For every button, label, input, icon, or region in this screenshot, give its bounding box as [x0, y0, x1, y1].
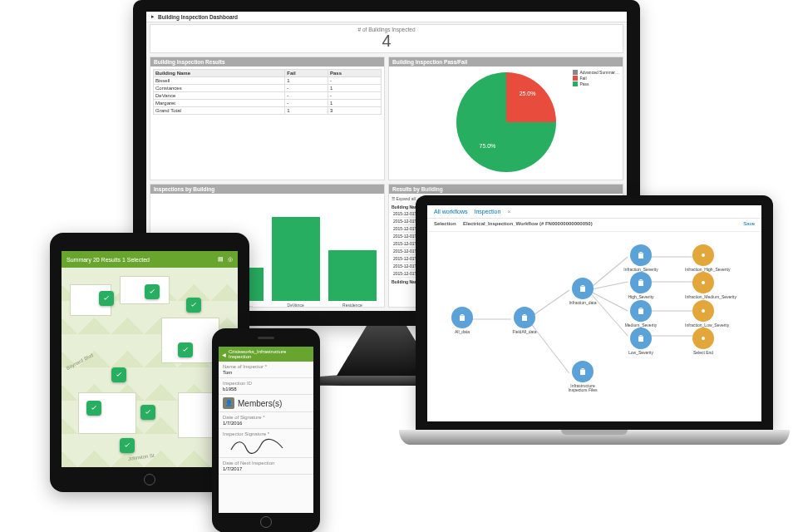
workflow-node[interactable]: Infraction_Medium_Severity [685, 272, 722, 299]
laptop-base [399, 430, 790, 445]
output-icon [692, 300, 714, 322]
kpi-card: # of Buildings Inspected 4 [150, 24, 623, 53]
output-icon [692, 328, 714, 349]
workflow-node[interactable]: Low_Severity [623, 328, 659, 355]
map-pin[interactable] [178, 342, 193, 357]
workflow-node[interactable]: All_data [444, 307, 480, 334]
phone-home-button[interactable] [260, 516, 272, 528]
expand-icon[interactable]: ▸ [151, 13, 155, 20]
map-pin[interactable] [111, 367, 126, 382]
locate-icon[interactable]: ◎ [228, 256, 233, 262]
bar: DeVance [272, 217, 320, 301]
map-toolbar: Summary 20 Results 1 Selected ▤ ◎ [62, 251, 238, 268]
dashboard-header: ▸ Building Inspection Dashboard [146, 12, 627, 22]
data-icon [630, 300, 652, 322]
laptop-device: All workflows Inspection × Selection Ele… [416, 195, 773, 445]
form-header: ◀ Crisisworks_Infrastructure Inspection [219, 347, 313, 362]
panel-title: Building Inspection Results [150, 57, 384, 66]
col-header: Fail [285, 70, 328, 77]
map-summary-text: Summary 20 Results 1 Selected [66, 257, 150, 263]
phone-device: ◀ Crisisworks_Infrastructure Inspection … [212, 328, 320, 532]
output-icon [692, 244, 714, 266]
tab-inspection[interactable]: Inspection [474, 209, 500, 214]
workflow-node[interactable]: Infraction_High_Severity [685, 244, 722, 272]
workflow-node[interactable]: Medium_Severity [623, 300, 659, 328]
map-pin[interactable] [99, 291, 114, 306]
workflow-node[interactable]: Infraction_data [564, 278, 601, 305]
close-icon[interactable]: × [507, 209, 510, 214]
workflow-node[interactable]: Select End [685, 328, 722, 355]
data-icon [572, 278, 594, 299]
panel-title: Results by Building [389, 185, 623, 194]
avatar: 👤 [223, 397, 234, 409]
table-row[interactable]: Grand Total13 [154, 107, 382, 115]
form-field[interactable]: Date of Next Inspection 1/7/2017 [219, 458, 313, 475]
map-pin[interactable] [120, 438, 135, 453]
selection-label: Selection [434, 221, 456, 226]
map-pin[interactable] [140, 405, 155, 420]
workflow-name: Electrical_Inspection_Workflow (# FN0000… [463, 221, 593, 226]
form-field[interactable]: Date of Signature * 1/7/2016 [219, 412, 313, 429]
table-row[interactable]: Bissell1- [154, 77, 382, 85]
data-icon [514, 307, 535, 328]
map-pin[interactable] [186, 298, 201, 313]
svg-point-0 [702, 254, 705, 257]
toolbar-item[interactable]: ☰ Expand all [392, 196, 416, 201]
members-label: Members(s) [238, 399, 282, 408]
col-header: Building Name [154, 70, 285, 77]
output-icon [692, 272, 714, 293]
dashboard-title: Building Inspection Dashboard [158, 14, 238, 20]
pie-slice-label: 25.0% [520, 91, 536, 96]
workflow-node[interactable]: Infraction_Severity [623, 244, 659, 272]
panel-results-table: Building Inspection Results Building Nam… [150, 57, 385, 180]
data-icon [630, 328, 652, 349]
workflow-canvas[interactable]: All_data FieldAll_data Infraction_data I… [427, 232, 761, 406]
workflow-node[interactable]: Infrastructure Inspectors Files [564, 361, 601, 393]
back-icon[interactable]: ◀ [222, 352, 226, 357]
phone-screen: ◀ Crisisworks_Infrastructure Inspection … [219, 347, 313, 513]
pie-legend: Advanced Summar… Fail Pass [573, 70, 619, 87]
panel-pie-chart: Building Inspection Pass/Fail 25.0% 75.0… [388, 57, 623, 180]
table-row[interactable]: Margaret-1 [154, 100, 382, 107]
signature-field[interactable]: Inspector Signature * [219, 429, 313, 458]
svg-point-1 [702, 281, 705, 284]
map-pin[interactable] [145, 284, 160, 299]
form-field[interactable]: Name of Inspector * Tom [219, 362, 313, 378]
laptop-screen: All workflows Inspection × Selection Ele… [427, 205, 761, 421]
kpi-value: 4 [150, 32, 623, 49]
data-icon [572, 361, 594, 382]
form-title: Crisisworks_Infrastructure Inspection [229, 349, 310, 359]
workflow-node[interactable]: FieldAll_data [506, 307, 543, 334]
tablet-home-button[interactable] [144, 474, 155, 485]
road-label: Baynard Blvd [66, 352, 94, 371]
layers-icon[interactable]: ▤ [218, 256, 224, 262]
workflow-tabs: All workflows Inspection × [427, 205, 761, 219]
col-header: Pass [328, 70, 381, 77]
map-pin[interactable] [86, 401, 101, 416]
workflow-node[interactable]: Infraction_Low_Severity [685, 300, 722, 328]
svg-point-3 [702, 337, 705, 340]
form-field[interactable]: Inspection ID b1958 [219, 378, 313, 395]
save-button[interactable]: Save [743, 221, 755, 226]
workflow-node[interactable]: High_Severity [623, 272, 659, 299]
table-row[interactable]: DeVance-- [154, 92, 382, 100]
table-row[interactable]: Constances-1 [154, 85, 382, 92]
panel-title: Inspections by Building [150, 185, 384, 194]
road-label: Johnston St [128, 453, 155, 461]
data-icon [630, 244, 652, 266]
results-table: Building Name Fail Pass Bissell1- Consta… [153, 69, 382, 115]
signature-icon [228, 436, 294, 455]
laptop-bezel: All workflows Inspection × Selection Ele… [416, 195, 773, 430]
bar: Residence [328, 250, 377, 301]
svg-point-2 [702, 309, 705, 313]
data-icon [451, 307, 473, 328]
phone-speaker [258, 337, 274, 339]
members-field[interactable]: 👤 Members(s) [219, 395, 313, 412]
data-icon [630, 272, 652, 293]
panel-title: Building Inspection Pass/Fail [389, 57, 623, 66]
pie-slice-label: 75.0% [480, 143, 496, 149]
phone-bezel: ◀ Crisisworks_Infrastructure Inspection … [212, 328, 320, 532]
tab-all-workflows[interactable]: All workflows [434, 209, 467, 214]
pie-chart: 25.0% 75.0% [456, 72, 556, 172]
